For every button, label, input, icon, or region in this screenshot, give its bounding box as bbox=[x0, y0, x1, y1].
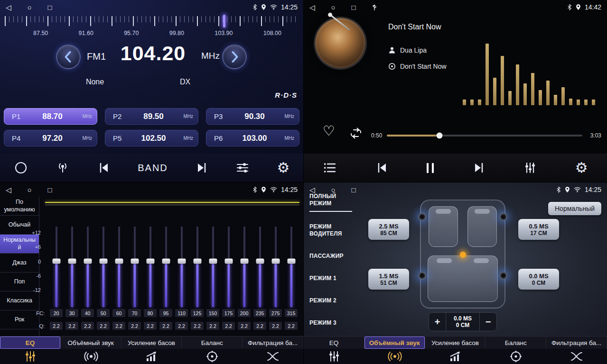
eq-slider-handle[interactable] bbox=[271, 259, 280, 264]
tab-balance[interactable]: Баланс bbox=[182, 337, 243, 349]
sound-mode-item[interactable]: ПАССАЖИР bbox=[309, 253, 352, 260]
tab-balance-button[interactable] bbox=[182, 349, 243, 364]
eq-band-slider[interactable] bbox=[95, 227, 111, 307]
eq-band-slider[interactable] bbox=[236, 227, 252, 307]
eq-band-slider[interactable] bbox=[142, 227, 158, 307]
eq-band-slider[interactable] bbox=[283, 227, 299, 307]
nav-recents-icon[interactable]: □ bbox=[352, 4, 356, 11]
delay-rear-right-button[interactable]: 0.0 MS 0 CM bbox=[518, 269, 559, 290]
tab-eq-button[interactable] bbox=[304, 349, 364, 364]
eq-slider-handle[interactable] bbox=[99, 259, 107, 264]
eq-slider-handle[interactable] bbox=[52, 259, 60, 264]
nav-back-icon[interactable]: ◁ bbox=[309, 186, 315, 193]
tune-down-button[interactable] bbox=[56, 45, 81, 69]
nav-recents-icon[interactable]: □ bbox=[352, 186, 356, 193]
progress-bar[interactable] bbox=[387, 135, 582, 136]
delay-front-right-button[interactable]: 0.5 MS 17 CM bbox=[518, 219, 559, 240]
eq-band-slider[interactable] bbox=[252, 227, 268, 307]
tab-surround-button[interactable] bbox=[364, 349, 425, 364]
eq-band-slider[interactable] bbox=[127, 227, 142, 307]
tab-filter[interactable]: Фильтрация ба... bbox=[243, 337, 303, 349]
nav-recents-icon[interactable]: □ bbox=[48, 4, 52, 11]
tab-filter-button[interactable] bbox=[546, 349, 607, 364]
radio-preset-p3[interactable]: P390.30MHz bbox=[206, 108, 299, 125]
radio-preset-p5[interactable]: P5102.50MHz bbox=[105, 130, 198, 146]
eq-band-slider[interactable] bbox=[48, 227, 64, 307]
eq-band-slider[interactable] bbox=[189, 227, 205, 307]
tab-surround-button[interactable] bbox=[61, 349, 121, 364]
repeat-button[interactable] bbox=[349, 127, 363, 141]
tab-bass-boost[interactable]: Усиление басов bbox=[425, 337, 486, 349]
tab-bass-boost-button[interactable] bbox=[121, 349, 182, 364]
eq-slider-handle[interactable] bbox=[177, 259, 186, 264]
settings-button[interactable]: ⚙ bbox=[277, 161, 289, 175]
eq-preset-item[interactable]: Классика bbox=[0, 291, 39, 310]
tab-balance[interactable]: Баланс bbox=[486, 337, 546, 349]
eq-slider-handle[interactable] bbox=[131, 259, 139, 264]
next-track-button[interactable] bbox=[472, 161, 486, 174]
progress-knob[interactable] bbox=[437, 133, 443, 139]
nav-home-icon[interactable]: ○ bbox=[28, 186, 32, 193]
eq-band-slider[interactable] bbox=[111, 227, 127, 307]
audio-settings-button[interactable] bbox=[235, 161, 250, 174]
tab-bass-boost[interactable]: Усиление басов bbox=[121, 337, 182, 349]
eq-band-slider[interactable] bbox=[221, 227, 236, 307]
radio-preset-p4[interactable]: P497.20MHz bbox=[4, 130, 97, 146]
eq-band-slider[interactable] bbox=[64, 227, 80, 307]
audio-settings-button[interactable] bbox=[523, 161, 537, 174]
radio-preset-p6[interactable]: P6103.00MHz bbox=[206, 130, 299, 146]
eq-slider-handle[interactable] bbox=[209, 259, 217, 264]
eq-slider-handle[interactable] bbox=[287, 259, 295, 264]
previous-station-button[interactable] bbox=[97, 161, 111, 174]
tab-filter[interactable]: Фильтрация ба... bbox=[546, 337, 607, 349]
sound-mode-item[interactable]: РЕЖИМ 3 bbox=[309, 319, 352, 327]
eq-slider-handle[interactable] bbox=[115, 259, 123, 264]
delay-increase-button[interactable]: + bbox=[429, 313, 446, 331]
tab-eq-button[interactable] bbox=[0, 349, 61, 364]
radio-preset-p2[interactable]: P289.50MHz bbox=[105, 108, 198, 125]
eq-band-slider[interactable] bbox=[205, 227, 221, 307]
tab-bass-boost-button[interactable] bbox=[425, 349, 486, 364]
nav-recents-icon[interactable]: □ bbox=[48, 186, 52, 193]
scan-button[interactable] bbox=[14, 161, 28, 175]
nav-home-icon[interactable]: ○ bbox=[331, 186, 336, 193]
tab-surround-sound[interactable]: Объёмный звук bbox=[61, 337, 121, 349]
tab-balance-button[interactable] bbox=[486, 349, 546, 364]
eq-slider-handle[interactable] bbox=[146, 259, 154, 264]
eq-slider-handle[interactable] bbox=[193, 259, 201, 264]
eq-band-slider[interactable] bbox=[80, 227, 95, 307]
sound-mode-item[interactable]: РЕЖИМ ВОДИТЕЛЯ bbox=[309, 223, 352, 237]
sound-mode-item[interactable]: РЕЖИМ 1 bbox=[309, 275, 352, 282]
eq-slider-handle[interactable] bbox=[256, 259, 264, 264]
eq-slider-handle[interactable] bbox=[162, 259, 170, 264]
eq-band-slider[interactable] bbox=[158, 227, 174, 307]
settings-button[interactable]: ⚙ bbox=[575, 161, 588, 175]
delay-decrease-button[interactable]: − bbox=[479, 313, 496, 331]
eq-preset-item[interactable]: По умолчанию bbox=[0, 197, 39, 216]
sound-preset-button[interactable]: Нормальный bbox=[548, 202, 601, 215]
tune-up-button[interactable] bbox=[222, 45, 247, 69]
nav-home-icon[interactable]: ○ bbox=[28, 4, 32, 11]
favorite-button[interactable]: ♡ bbox=[323, 124, 335, 138]
eq-band-slider[interactable] bbox=[174, 227, 189, 307]
eq-slider-handle[interactable] bbox=[240, 259, 248, 264]
eq-band-slider[interactable] bbox=[268, 227, 283, 307]
delay-rear-left-button[interactable]: 1.5 MS 51 CM bbox=[368, 269, 409, 290]
tab-surround-sound[interactable]: Объёмный звук bbox=[364, 337, 425, 349]
tab-filter-button[interactable] bbox=[243, 349, 303, 364]
playlist-button[interactable] bbox=[323, 162, 337, 174]
nav-home-icon[interactable]: ○ bbox=[331, 4, 336, 11]
radio-preset-p1[interactable]: P188.70MHz bbox=[4, 108, 97, 125]
eq-slider-handle[interactable] bbox=[84, 259, 92, 264]
previous-track-button[interactable] bbox=[375, 161, 389, 174]
eq-slider-handle[interactable] bbox=[68, 259, 76, 264]
tab-eq[interactable]: EQ bbox=[0, 337, 61, 349]
listening-position-dot[interactable] bbox=[460, 252, 466, 258]
nav-back-icon[interactable]: ◁ bbox=[6, 186, 11, 193]
nav-back-icon[interactable]: ◁ bbox=[6, 4, 11, 11]
tab-eq[interactable]: EQ bbox=[304, 337, 364, 349]
delay-front-left-button[interactable]: 2.5 MS 85 CM bbox=[368, 219, 409, 240]
eq-slider-handle[interactable] bbox=[224, 259, 233, 264]
frequency-dial[interactable] bbox=[5, 16, 299, 27]
sound-mode-item[interactable]: РЕЖИМ 2 bbox=[309, 297, 352, 304]
